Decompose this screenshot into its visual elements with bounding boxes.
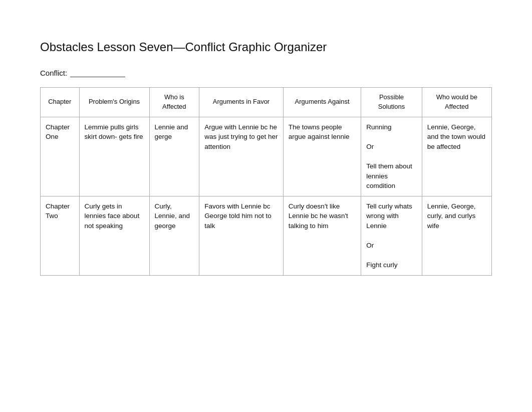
col-header-who-would-affected: Who would be Affected: [422, 88, 491, 117]
col-header-chapter: Chapter: [41, 88, 80, 117]
col-header-arguments-favor: Arguments in Favor: [199, 88, 284, 117]
possible-solutions-cell: RunningOrTell them about lennies comditi…: [361, 117, 422, 196]
table-header-row: Chapter Problem's Origins Who is Affecte…: [41, 88, 492, 117]
who-affected-cell: Lennie and gerge: [149, 117, 199, 196]
graphic-organizer-table: Chapter Problem's Origins Who is Affecte…: [40, 87, 492, 276]
col-header-arguments-against: Arguments Against: [283, 88, 361, 117]
page-container: Obstacles Lesson Seven—Conflict Graphic …: [0, 0, 532, 296]
conflict-value: [70, 68, 125, 77]
col-header-problem-origins: Problem's Origins: [79, 88, 149, 117]
problem-origins-cell: Curly gets in lennies face about not spe…: [79, 196, 149, 275]
col-header-who-affected: Who is Affected: [149, 88, 199, 117]
conflict-line: Conflict:: [40, 68, 492, 77]
conflict-label: Conflict:: [40, 69, 67, 77]
arguments-favor-cell: Favors with Lennie bc George told him no…: [199, 196, 284, 275]
who-affected-cell: Curly, Lennie, and george: [149, 196, 199, 275]
who-would-affected-cell: Lennie, George, curly, and curlys wife: [422, 196, 491, 275]
arguments-against-cell: Curly doesn't like Lennie bc he wasn't t…: [283, 196, 361, 275]
col-header-possible-solutions: Possible Solutions: [361, 88, 422, 117]
possible-solutions-cell: Tell curly whats wrong with LennieOrFigh…: [361, 196, 422, 275]
arguments-against-cell: The towns people argue against lennie: [283, 117, 361, 196]
table-row: Chapter TwoCurly gets in lennies face ab…: [41, 196, 492, 275]
arguments-favor-cell: Argue with Lennie bc he was just trying …: [199, 117, 284, 196]
page-title: Obstacles Lesson Seven—Conflict Graphic …: [40, 40, 492, 54]
problem-origins-cell: Lemmie pulls girls skirt down- gets fire: [79, 117, 149, 196]
chapter-cell: Chapter Two: [41, 196, 80, 275]
chapter-cell: Chapter One: [41, 117, 80, 196]
who-would-affected-cell: Lennie, George, and the town would be af…: [422, 117, 491, 196]
table-row: Chapter OneLemmie pulls girls skirt down…: [41, 117, 492, 196]
